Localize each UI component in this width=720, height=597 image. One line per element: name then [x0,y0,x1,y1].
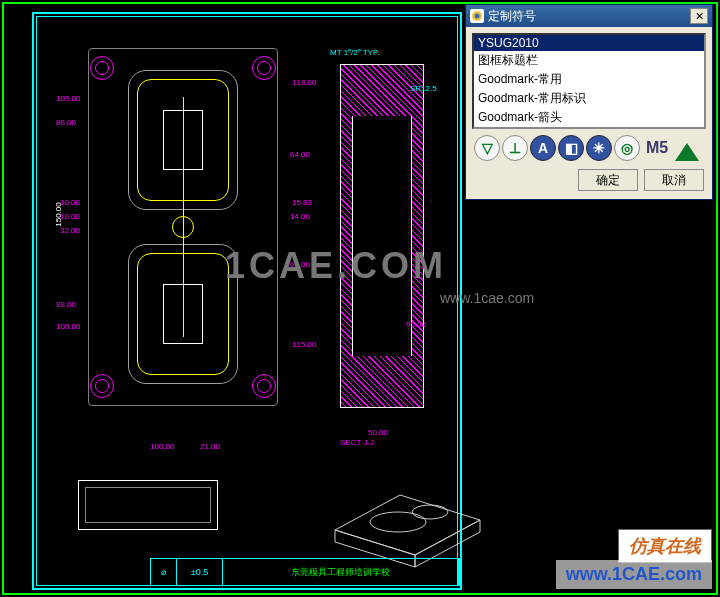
symbol-palette: ▽ ⊥ A ◧ ✳ ◎ M5 [472,129,706,163]
bolt-hole-icon [252,374,276,398]
dimension-label: 105.00 [56,322,80,331]
isometric-view [320,460,490,570]
brand-url: www.1CAE.com [556,560,712,589]
section-label: SECT J-J [340,438,374,447]
aux-view [78,480,218,530]
dimension-label: 64.00 [290,260,310,269]
dialog-titlebar[interactable]: 定制符号 ✕ [466,5,712,27]
m5-text-symbol[interactable]: M5 [642,135,672,161]
custom-symbol-dialog[interactable]: 定制符号 ✕ YSUG2010 图框标题栏 Goodmark-常用 Goodma… [465,4,713,200]
dialog-app-icon [470,9,484,23]
ok-button[interactable]: 确定 [578,169,638,191]
svg-point-4 [412,505,448,519]
list-item[interactable]: YSUG2010 [474,35,704,51]
dimension-label: 95.00 [406,320,426,329]
bolt-hole-icon [90,374,114,398]
list-item[interactable]: Goodmark-常用标识 [474,89,704,108]
symbol-set-listbox[interactable]: YSUG2010 图框标题栏 Goodmark-常用 Goodmark-常用标识… [472,33,706,129]
svg-point-6 [475,14,480,19]
bolt-hole-icon [252,56,276,80]
close-button[interactable]: ✕ [690,8,708,24]
dimension-label: 50.00 [368,428,388,437]
title-block-cell: ⌀ [151,559,177,585]
dimension-label: 10.00 [60,198,80,207]
list-item[interactable]: 图框标题栏 [474,51,704,70]
svg-point-3 [370,512,426,532]
dimension-label: 10.00 [60,212,80,221]
dialog-body: YSUG2010 图框标题栏 Goodmark-常用 Goodmark-常用标识… [466,27,712,199]
note-label: MT 1º/2º TYP. [330,48,379,57]
section-cut [352,116,412,356]
projection-symbol-icon[interactable]: ◎ [614,135,640,161]
dimension-label: 150.00 [54,202,63,226]
dimension-label: 32.00 [60,226,80,235]
list-item[interactable]: Goodmark-常用 [474,70,704,89]
brand-badge: 仿真在线 [618,529,712,563]
list-item[interactable]: Goodmark-箭头 [474,108,704,127]
dimension-label: SR12.5 [410,84,437,93]
target-symbol-icon[interactable]: ✳ [586,135,612,161]
dimension-label: 14.00 [290,212,310,221]
close-icon: ✕ [695,10,704,23]
dimension-label: 21.00 [200,442,220,451]
dimension-label: 115.00 [292,340,316,349]
sprue-runner-icon [172,216,194,238]
dimension-label: 105.00 [56,94,80,103]
datum-symbol-icon[interactable]: ▽ [474,135,500,161]
isometric-wireframe-icon [320,460,490,570]
dimension-label: 88.00 [56,118,76,127]
plan-view [78,38,288,416]
surface-finish-icon[interactable]: ◧ [558,135,584,161]
dimension-label: 15.83 [292,198,312,207]
title-block-cell: ±0.5 [177,559,223,585]
feature-frame-icon[interactable]: A [530,135,556,161]
concentric-symbol-icon[interactable]: ⊥ [502,135,528,161]
dimension-label: 100.00 [150,442,174,451]
dialog-title: 定制符号 [488,8,690,25]
warning-triangle-icon[interactable] [674,135,700,161]
section-view [332,56,432,416]
svg-marker-0 [335,495,480,555]
dialog-button-row: 确定 取消 [472,163,706,193]
aux-view-inner [85,487,211,523]
title-block-school: 东莞模具工程师培训学校 [223,559,459,585]
dimension-label: 118.00 [292,78,316,87]
bolt-hole-icon [90,56,114,80]
dimension-label: 88.00 [56,300,76,309]
cancel-button[interactable]: 取消 [644,169,704,191]
dimension-label: 64.00 [290,150,310,159]
title-block: ⌀ ±0.5 东莞模具工程师培训学校 [150,558,460,586]
